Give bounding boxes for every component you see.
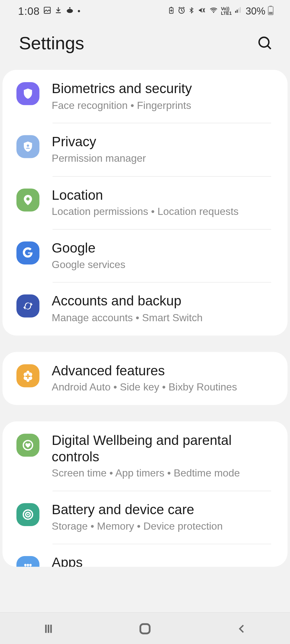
heart-ring-icon	[16, 434, 39, 457]
svg-point-25	[29, 567, 32, 567]
svg-point-20	[24, 564, 26, 566]
settings-item-subtitle: Android Auto • Side key • Bixby Routines	[52, 380, 275, 394]
pin-icon	[16, 188, 39, 211]
settings-item-subtitle: Face recognition • Fingerprints	[52, 98, 275, 112]
shield-person-icon	[16, 135, 39, 158]
settings-item-privacy[interactable]: Privacy Permission manager	[3, 123, 288, 176]
svg-rect-11	[269, 5, 272, 6]
settings-item-subtitle: Manage accounts • Smart Switch	[52, 311, 275, 325]
search-button[interactable]	[256, 34, 274, 52]
alarm-icon	[178, 6, 186, 16]
svg-point-5	[213, 12, 214, 13]
bluetooth-icon	[188, 5, 195, 16]
app-header: Settings	[0, 22, 290, 70]
settings-item-google[interactable]: Google Google services	[3, 229, 288, 282]
settings-group: Digital Wellbeing and parental controls …	[3, 421, 288, 567]
svg-point-2	[69, 7, 70, 8]
settings-item-battery[interactable]: Battery and device care Storage • Memory…	[3, 491, 288, 544]
wifi-icon	[208, 6, 218, 16]
shield-icon	[16, 82, 39, 105]
reddit-icon	[65, 6, 74, 16]
download-icon	[54, 6, 62, 16]
settings-item-biometrics[interactable]: Biometrics and security Face recognition…	[3, 70, 288, 123]
recents-icon	[42, 622, 54, 635]
image-icon	[43, 6, 51, 16]
settings-item-advanced[interactable]: Advanced features Android Auto • Side ke…	[3, 352, 288, 405]
home-button[interactable]	[133, 620, 157, 637]
signal-icon	[234, 6, 242, 16]
plus-flower-icon	[16, 364, 39, 387]
svg-point-22	[29, 564, 32, 566]
svg-point-14	[27, 145, 29, 147]
home-icon	[138, 621, 152, 635]
svg-rect-8	[238, 8, 239, 12]
settings-item-subtitle: Location permissions • Location requests	[52, 205, 275, 218]
settings-item-subtitle: Google services	[52, 258, 275, 272]
settings-item-title: Digital Wellbeing and parental controls	[52, 432, 275, 465]
more-dot-icon: •	[77, 6, 80, 16]
settings-item-subtitle: Storage • Memory • Device protection	[52, 519, 275, 533]
settings-item-title: Advanced features	[52, 362, 275, 379]
system-nav-bar	[0, 612, 290, 644]
battery-percent: 30%	[246, 5, 265, 17]
settings-item-title: Battery and device care	[52, 502, 275, 518]
svg-point-24	[27, 567, 29, 567]
settings-item-title: Accounts and backup	[52, 293, 275, 309]
page-title: Settings	[19, 33, 84, 53]
settings-group: Advanced features Android Auto • Side ke…	[3, 352, 288, 405]
svg-rect-12	[269, 12, 272, 14]
svg-rect-9	[240, 7, 241, 13]
settings-item-wellbeing[interactable]: Digital Wellbeing and parental controls …	[3, 421, 288, 491]
settings-item-apps[interactable]: Apps	[3, 544, 288, 567]
back-icon	[236, 622, 247, 635]
sync-icon	[16, 295, 39, 318]
volte-icon: Vo))LTE1	[221, 6, 232, 15]
google-icon	[16, 242, 39, 264]
svg-point-1	[67, 9, 73, 13]
settings-item-accounts[interactable]: Accounts and backup Manage accounts • Sm…	[3, 282, 288, 335]
search-icon	[257, 35, 273, 51]
settings-item-title: Google	[52, 240, 275, 256]
mute-vibrate-icon	[197, 6, 206, 16]
settings-item-subtitle: Permission manager	[52, 151, 275, 165]
svg-point-23	[24, 567, 26, 567]
status-time: 1:08	[18, 5, 40, 18]
battery-icon	[268, 5, 274, 17]
grid-icon	[16, 556, 39, 567]
target-icon	[16, 503, 39, 526]
settings-item-title: Privacy	[52, 134, 275, 150]
svg-rect-6	[235, 11, 236, 13]
battery-saver-icon	[168, 6, 175, 16]
settings-item-title: Biometrics and security	[52, 81, 275, 97]
settings-item-location[interactable]: Location Location permissions • Location…	[3, 176, 288, 229]
settings-item-subtitle: Screen time • App timers • Bedtime mode	[52, 466, 275, 480]
svg-rect-7	[237, 9, 238, 13]
settings-item-title: Apps	[52, 554, 275, 567]
back-button[interactable]	[229, 620, 254, 637]
svg-point-19	[27, 514, 29, 515]
svg-point-15	[26, 197, 30, 200]
svg-rect-29	[140, 624, 150, 633]
svg-point-13	[259, 37, 269, 47]
status-bar: 1:08 •	[0, 0, 290, 22]
settings-group: Biometrics and security Face recognition…	[3, 70, 288, 335]
settings-list: Biometrics and security Face recognition…	[0, 70, 290, 612]
svg-point-21	[27, 564, 29, 566]
settings-item-title: Location	[52, 187, 275, 203]
recents-button[interactable]	[36, 620, 61, 637]
